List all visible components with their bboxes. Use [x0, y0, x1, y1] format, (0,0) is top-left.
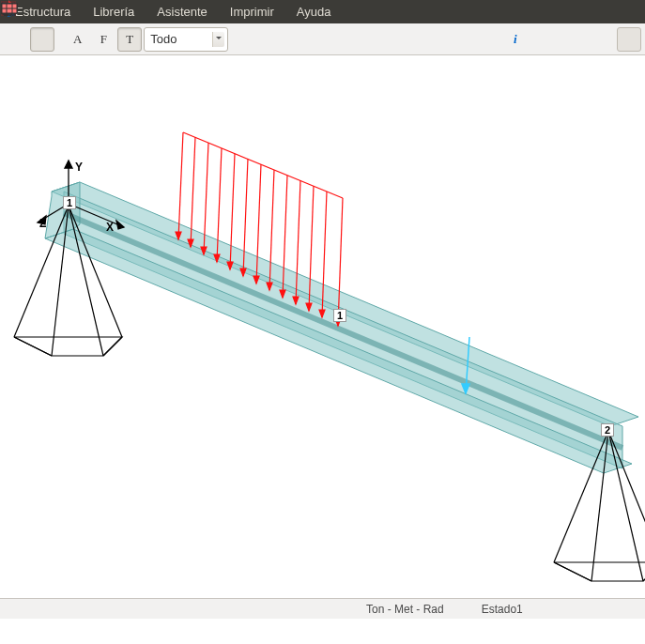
grid2-button[interactable] [564, 27, 589, 52]
view-selector[interactable]: Todo [144, 27, 228, 52]
axis-y-label: Y [75, 161, 83, 174]
svg-marker-65 [554, 562, 645, 581]
svg-line-75 [178, 132, 183, 239]
viewport[interactable]: X Y Z 1 2 1 Ton - Met - Rad Estado1 [0, 55, 645, 619]
status-units: Ton - Met - Rad [366, 603, 444, 616]
window-button[interactable] [266, 27, 290, 52]
rotate-button[interactable] [328, 27, 352, 52]
view-yt-button[interactable]: Yt [363, 27, 388, 52]
load-1-label: 1 [333, 309, 346, 322]
node-2-label: 2 [601, 423, 614, 437]
menu-ayuda[interactable]: Ayuda [287, 2, 341, 22]
toolbar: 5 A F T Todo Yt tz Yx tx Yz i [0, 23, 645, 55]
grid4-button[interactable] [617, 27, 641, 52]
status-state: Estado1 [482, 603, 523, 616]
grid3-button[interactable] [591, 27, 615, 52]
menu-imprimir[interactable]: Imprimir [221, 2, 284, 22]
structure-drawing [0, 55, 645, 628]
menubar: Estructura Librería Asistente Imprimir A… [0, 0, 645, 23]
svg-line-67 [554, 562, 591, 581]
view-yx-button[interactable]: Yx [415, 27, 439, 52]
svg-line-64 [608, 431, 643, 581]
svg-line-60 [14, 337, 52, 356]
statusbar: Ton - Met - Rad Estado1 [0, 598, 645, 619]
node-1-label: 1 [63, 196, 76, 209]
svg-line-53 [64, 213, 622, 448]
view-selector-label: Todo [150, 32, 177, 46]
info-button[interactable]: i [503, 27, 528, 52]
grid1-button[interactable] [539, 27, 563, 52]
view-yz-button[interactable]: Yz [468, 27, 492, 52]
svg-marker-72 [65, 161, 72, 168]
text-f-button[interactable]: F [92, 27, 116, 52]
menu-libreria[interactable]: Librería [84, 2, 144, 22]
text-a-button[interactable]: A [66, 27, 90, 52]
view-tx-button[interactable]: tx [441, 27, 466, 52]
svg-marker-49 [52, 182, 638, 426]
text-t-button[interactable]: T [117, 27, 142, 52]
svg-marker-51 [45, 229, 632, 473]
menu-asistente[interactable]: Asistente [147, 2, 216, 22]
loads-button[interactable] [30, 27, 54, 52]
axis-z-label: Z [39, 217, 46, 230]
pan-button[interactable] [301, 27, 326, 52]
extents-button[interactable] [239, 27, 264, 52]
svg-line-59 [103, 337, 122, 356]
view-zt-button[interactable]: tz [389, 27, 413, 52]
axis-x-label: X [106, 221, 114, 234]
snap-button[interactable]: 5 [4, 27, 28, 52]
